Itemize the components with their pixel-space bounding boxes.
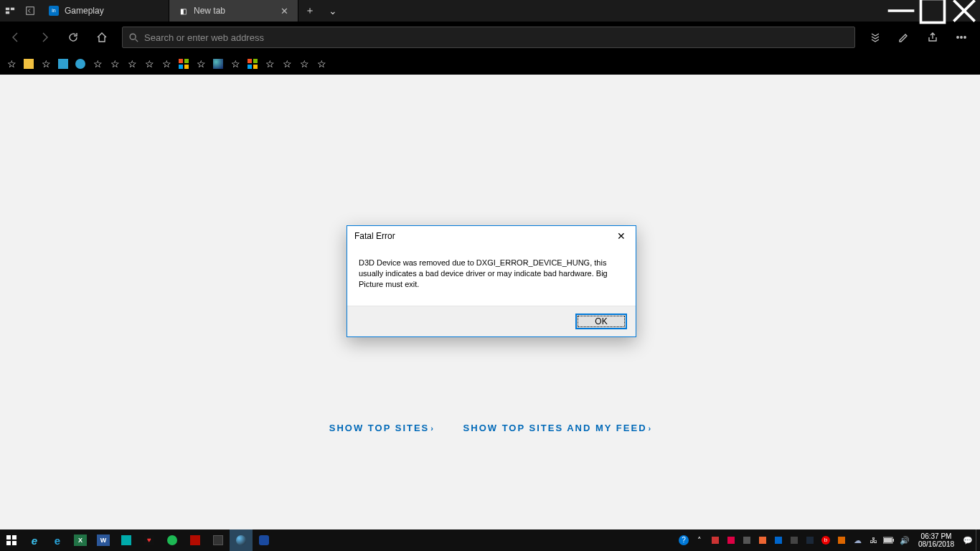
svg-point-11: [961, 37, 962, 38]
favorite-item[interactable]: [212, 58, 224, 70]
taskbar-app-excel[interactable]: X: [69, 529, 92, 551]
taskbar-app-spotify[interactable]: [161, 529, 184, 551]
tray-icon[interactable]: [834, 529, 849, 551]
favorite-item[interactable]: [178, 58, 189, 70]
clock-date: 08/16/2018: [915, 540, 957, 549]
task-view-icon[interactable]: [0, 0, 20, 22]
tray-help-icon[interactable]: ?: [676, 529, 692, 551]
svg-rect-27: [884, 538, 892, 542]
favorite-item[interactable]: [247, 58, 258, 70]
tray-icon[interactable]: [723, 529, 739, 551]
tray-beats-icon[interactable]: b: [818, 529, 834, 551]
show-desktop-button[interactable]: [976, 529, 980, 551]
chevron-right-icon: ›: [649, 424, 651, 433]
favorite-item[interactable]: ☆: [6, 58, 17, 70]
svg-rect-14: [184, 59, 189, 63]
home-button[interactable]: [89, 24, 115, 50]
tray-icon[interactable]: [786, 529, 802, 551]
taskbar-app-word[interactable]: W: [92, 529, 115, 551]
address-bar[interactable]: Search or enter web address: [122, 27, 855, 48]
favorite-item[interactable]: ☆: [143, 58, 155, 70]
svg-rect-19: [248, 65, 252, 69]
tray-icon[interactable]: [755, 529, 771, 551]
link-label: SHOW TOP SITES: [329, 423, 429, 433]
address-placeholder: Search or enter web address: [144, 32, 264, 43]
dialog-titlebar[interactable]: Fatal Error ✕: [347, 226, 636, 246]
ok-button[interactable]: OK: [575, 314, 627, 329]
tray-network-icon[interactable]: 🖧: [865, 529, 881, 551]
edge-icon: ◧: [178, 6, 188, 16]
close-window-button[interactable]: [948, 0, 980, 22]
reading-list-button[interactable]: [862, 24, 888, 50]
notes-button[interactable]: [891, 24, 917, 50]
svg-rect-15: [179, 65, 183, 69]
favorite-item[interactable]: ☆: [161, 58, 172, 70]
favorite-item[interactable]: ☆: [195, 58, 207, 70]
favorite-item[interactable]: ☆: [264, 58, 275, 70]
taskbar-clock[interactable]: 06:37 PM 08/16/2018: [913, 531, 960, 550]
tray-onedrive-icon[interactable]: ☁: [849, 529, 865, 551]
svg-line-9: [136, 39, 138, 42]
taskbar-app-rocketleague[interactable]: [253, 529, 275, 551]
tray-icon[interactable]: [739, 529, 755, 551]
svg-point-10: [957, 37, 958, 38]
tray-icon[interactable]: [771, 529, 786, 551]
menu-button[interactable]: [948, 24, 974, 50]
taskbar-app-ie[interactable]: e: [23, 529, 46, 551]
tab-gameplay[interactable]: in Gameplay: [40, 0, 169, 22]
svg-rect-20: [253, 65, 258, 69]
share-button[interactable]: [920, 24, 946, 50]
svg-rect-0: [6, 8, 9, 11]
tray-steam-icon[interactable]: [802, 529, 818, 551]
tab-dropdown-button[interactable]: ⌄: [321, 0, 344, 22]
new-tab-button[interactable]: ＋: [298, 0, 321, 22]
tray-volume-icon[interactable]: 🔊: [897, 529, 913, 551]
favorite-item[interactable]: ☆: [281, 58, 293, 70]
favorite-item[interactable]: [75, 58, 86, 70]
refresh-button[interactable]: [60, 24, 86, 50]
taskbar-app-steam[interactable]: [230, 529, 253, 551]
tray-battery-icon[interactable]: [881, 529, 897, 551]
taskbar-app-acrobat[interactable]: [184, 529, 207, 551]
svg-rect-17: [248, 59, 252, 63]
dialog-footer: OK: [347, 306, 636, 336]
tab-label: New tab: [194, 6, 273, 16]
taskbar-app-iheart[interactable]: ♥: [138, 529, 161, 551]
taskbar-app[interactable]: [115, 529, 138, 551]
favorite-item[interactable]: [23, 58, 34, 70]
tab-new-tab[interactable]: ◧ New tab ✕: [169, 0, 298, 22]
favorite-item[interactable]: ☆: [109, 58, 121, 70]
forward-button[interactable]: [32, 24, 57, 50]
favorite-item[interactable]: ☆: [92, 58, 103, 70]
tray-overflow-icon[interactable]: ˄: [692, 529, 707, 551]
back-button[interactable]: [3, 24, 29, 50]
show-top-sites-link[interactable]: SHOW TOP SITES›: [329, 423, 433, 433]
new-tab-links: SHOW TOP SITES› SHOW TOP SITES AND MY FE…: [0, 423, 980, 433]
favorite-item[interactable]: ☆: [40, 58, 52, 70]
action-center-icon[interactable]: 💬: [960, 529, 976, 551]
taskbar-app-calculator[interactable]: [207, 529, 230, 551]
favorite-item[interactable]: ☆: [298, 58, 310, 70]
favorite-item[interactable]: [57, 58, 69, 70]
close-tab-icon[interactable]: ✕: [279, 6, 289, 17]
favorite-item[interactable]: ☆: [230, 58, 241, 70]
start-button[interactable]: [0, 529, 23, 551]
minimize-button[interactable]: [885, 0, 917, 22]
svg-rect-13: [179, 59, 183, 63]
close-icon[interactable]: ✕: [611, 230, 631, 242]
favorite-item[interactable]: ☆: [316, 58, 327, 70]
svg-rect-18: [253, 59, 258, 63]
svg-rect-24: [12, 541, 17, 545]
clock-time: 06:37 PM: [915, 532, 957, 541]
maximize-button[interactable]: [917, 0, 948, 22]
show-top-sites-and-feed-link[interactable]: SHOW TOP SITES AND MY FEED›: [463, 423, 651, 433]
taskbar-app-edge[interactable]: e: [46, 529, 69, 551]
intel-icon: in: [49, 6, 59, 16]
svg-rect-5: [921, 0, 945, 23]
tray-icon[interactable]: [707, 529, 723, 551]
link-label: SHOW TOP SITES AND MY FEED: [463, 423, 647, 433]
search-icon: [128, 32, 138, 42]
favorite-item[interactable]: ☆: [126, 58, 138, 70]
browser-toolbar: Search or enter web address: [0, 22, 980, 53]
set-aside-tabs-icon[interactable]: [20, 0, 40, 22]
